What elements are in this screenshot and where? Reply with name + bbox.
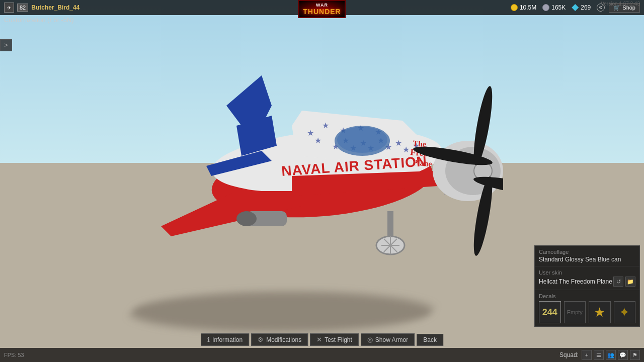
svg-point-31 bbox=[337, 127, 387, 153]
svg-text:★: ★ bbox=[403, 145, 410, 154]
version-display: Version 1.67.2.43 bbox=[601, 1, 640, 7]
wt-logo: WAR THUNDER bbox=[298, 0, 346, 18]
modifications-icon: ⚙ bbox=[258, 336, 264, 343]
decal-item-1[interactable]: 244 bbox=[539, 301, 561, 323]
decals-section: Decals 244 Empty ★ ✦ bbox=[535, 290, 639, 326]
player-avatar: ✈ bbox=[4, 3, 14, 13]
camouflage-label: Camouflage bbox=[539, 249, 635, 255]
skin-edit-button[interactable]: ↺ bbox=[613, 277, 623, 287]
information-button[interactable]: ℹ Information bbox=[201, 333, 249, 346]
fps-counter: FPS: 53 bbox=[4, 352, 24, 358]
svg-text:Plane: Plane bbox=[413, 158, 433, 168]
svg-text:★: ★ bbox=[322, 121, 329, 130]
action-bar: ℹ Information ⚙ Modifications ✕ Test Fli… bbox=[201, 333, 443, 346]
squad-add-button[interactable]: + bbox=[582, 350, 592, 360]
silver-icon bbox=[542, 4, 549, 11]
decal-2-value: Empty bbox=[567, 309, 583, 315]
player-info: ✈ 82 Butcher_Bird_44 bbox=[4, 3, 79, 13]
skin-folder-button[interactable]: 📁 bbox=[625, 277, 635, 287]
show-armor-button[interactable]: ◎ Show Armor bbox=[361, 333, 415, 346]
svg-text:★: ★ bbox=[307, 129, 314, 137]
customization-panel: Camouflage Standard Glossy Sea Blue can … bbox=[534, 245, 640, 327]
user-skin-icons: ↺ 📁 bbox=[613, 277, 635, 287]
user-skin-row: Hellcat The Freedom Plane ↺ 📁 bbox=[539, 277, 635, 287]
camouflage-value: Standard Glossy Sea Blue can bbox=[539, 256, 635, 263]
squad-list-button[interactable]: ☰ bbox=[594, 350, 604, 360]
user-skin-section: User skin Hellcat The Freedom Plane ↺ 📁 bbox=[535, 266, 639, 290]
plane-model: ★ ★ ★ ★ ★ ★ ★ ★ ★ ★ ★ ★ ★ ★ ★ ★ ★ ★ ★ ★ bbox=[60, 25, 503, 307]
logo-war-text: WAR bbox=[303, 3, 341, 8]
squad-row: Squad: + ☰ 👥 💬 ⚑ bbox=[559, 350, 640, 360]
modifications-button[interactable]: ⚙ Modifications bbox=[251, 333, 308, 346]
decal-3-value: ★ bbox=[594, 305, 605, 320]
camouflage-section: Camouflage Standard Glossy Sea Blue can bbox=[535, 246, 639, 266]
customization-label: Customization (F6F-5N) bbox=[4, 16, 74, 24]
svg-text:★: ★ bbox=[395, 139, 402, 147]
silver-currency: 165K bbox=[542, 4, 566, 11]
player-rank-badge: 82 bbox=[17, 4, 28, 12]
decals-label: Decals bbox=[539, 293, 635, 299]
decal-item-3[interactable]: ★ bbox=[589, 301, 611, 323]
decal-4-value: ✦ bbox=[619, 305, 630, 320]
decal-1-value: 244 bbox=[542, 307, 557, 318]
top-bar: ✈ 82 Butcher_Bird_44 WAR THUNDER 10.5M 1… bbox=[0, 0, 644, 15]
decal-item-4[interactable]: ✦ bbox=[614, 301, 636, 323]
player-name: Butcher_Bird_44 bbox=[31, 4, 79, 11]
back-button[interactable]: Back bbox=[417, 334, 443, 346]
information-icon: ℹ bbox=[207, 336, 210, 343]
svg-text:★: ★ bbox=[314, 136, 321, 145]
squad-group-button[interactable]: 👥 bbox=[606, 350, 616, 360]
svg-point-46 bbox=[236, 211, 257, 226]
show-armor-icon: ◎ bbox=[367, 336, 373, 343]
gold-currency: 10.5M bbox=[511, 4, 536, 11]
squad-label: Squad: bbox=[559, 351, 579, 358]
test-flight-icon: ✕ bbox=[316, 336, 322, 343]
gem-currency: 269 bbox=[572, 4, 591, 11]
decal-item-2[interactable]: Empty bbox=[564, 301, 586, 323]
bottom-bar: FPS: 53 Squad: + ☰ 👥 💬 ⚑ bbox=[0, 348, 644, 362]
user-skin-value: Hellcat The Freedom Plane bbox=[539, 278, 612, 285]
logo-thunder-text: THUNDER bbox=[303, 8, 341, 16]
gold-icon bbox=[511, 4, 518, 11]
test-flight-button[interactable]: ✕ Test Flight bbox=[310, 333, 359, 346]
decals-row: 244 Empty ★ ✦ bbox=[539, 301, 635, 323]
squad-flag-button[interactable]: ⚑ bbox=[630, 350, 640, 360]
squad-icons: + ☰ 👥 💬 ⚑ bbox=[582, 350, 640, 360]
user-skin-label: User skin bbox=[539, 269, 635, 276]
gem-icon bbox=[572, 4, 579, 11]
sidebar-toggle[interactable]: > bbox=[0, 39, 12, 51]
squad-chat-button[interactable]: 💬 bbox=[618, 350, 628, 360]
